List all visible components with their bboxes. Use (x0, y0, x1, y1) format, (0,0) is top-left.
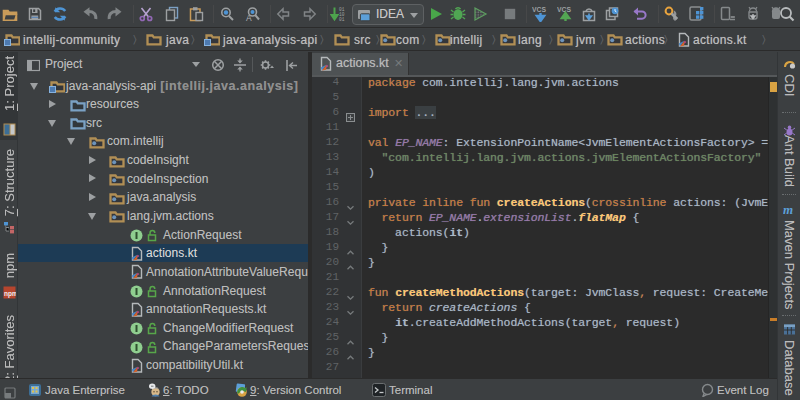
svg-text:A: A (246, 13, 252, 23)
svg-text:VCS: VCS (532, 6, 546, 13)
svg-text:m: m (783, 203, 793, 216)
svg-text:01: 01 (339, 17, 345, 22)
svg-text:npm: npm (4, 290, 16, 298)
svg-text:VCS: VCS (557, 6, 571, 13)
